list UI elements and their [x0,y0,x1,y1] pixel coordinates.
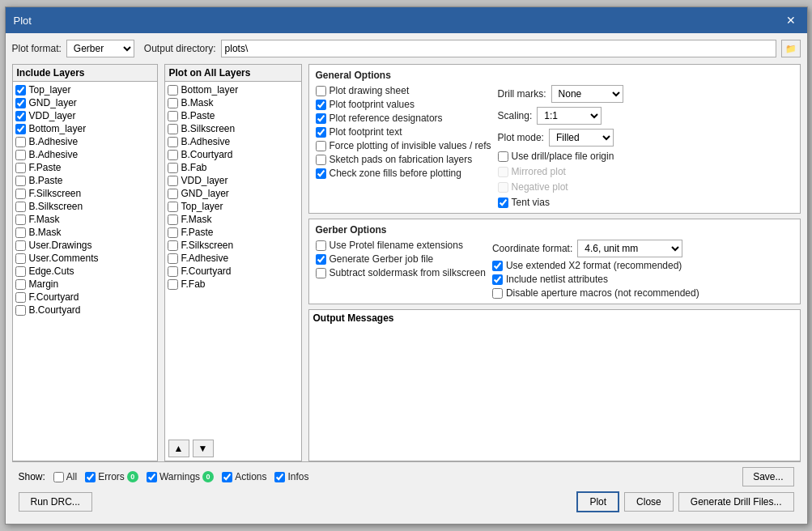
show-actions-checkbox[interactable] [222,472,232,482]
errors-badge: 0 [127,471,138,482]
list-item[interactable]: B.Mask [13,226,157,239]
include-layers-list[interactable]: Top_layer GND_layer VDD_layer Bottom_lay… [13,82,157,461]
plot-dialog: Plot ✕ Plot format: Gerber PDF SVG DXF O… [5,6,808,525]
show-actions-label: Actions [235,471,266,482]
list-item[interactable]: B.Mask [165,96,301,109]
tent-vias-checkbox[interactable] [498,198,508,208]
plot-ref-designators-checkbox[interactable] [316,113,326,124]
list-item[interactable]: B.Adhesive [13,148,157,161]
show-all-checkbox[interactable] [53,472,64,482]
plot-drawing-sheet-checkbox[interactable] [316,86,326,96]
list-item[interactable]: F.Silkscreen [13,187,157,200]
list-item[interactable]: Bottom_layer [165,83,301,96]
plot-drawing-sheet-label: Plot drawing sheet [329,85,410,96]
list-item[interactable]: User.Drawings [13,239,157,252]
list-item[interactable]: F.Mask [165,213,301,226]
mirrored-plot-checkbox[interactable] [498,167,508,177]
plot-footprint-values-checkbox[interactable] [316,100,326,110]
list-item[interactable]: Bottom_layer [13,122,157,135]
scaling-label: Scaling: [498,110,533,121]
close-button[interactable]: Close [624,492,674,512]
list-item[interactable]: GND_layer [13,96,157,109]
close-icon[interactable]: ✕ [783,12,799,28]
list-item[interactable]: Top_layer [165,200,301,213]
list-item[interactable]: B.Courtyard [13,304,157,316]
list-item[interactable]: VDD_layer [165,174,301,187]
show-infos-checkbox[interactable] [274,472,285,482]
use-drill-origin-label: Use drill/place file origin [512,151,614,162]
list-item[interactable]: F.Silkscreen [165,239,301,252]
show-all-label: All [66,471,77,482]
negative-plot-checkbox[interactable] [498,182,508,193]
generate-drill-button[interactable]: Generate Drill Files... [678,492,794,512]
main-panels: Include Layers Top_layer GND_layer VDD_l… [12,64,801,461]
list-item[interactable]: F.Courtyard [165,265,301,278]
plot-footprint-text-checkbox[interactable] [316,127,326,138]
dialog-title: Plot [14,15,32,27]
list-item[interactable]: B.Adhesive [13,135,157,148]
use-drill-origin-checkbox[interactable] [498,151,508,162]
sketch-pads-checkbox[interactable] [316,155,326,165]
list-item[interactable]: B.Fab [165,161,301,174]
list-item[interactable]: F.Adhesive [165,252,301,265]
list-item[interactable]: User.Comments [13,252,157,265]
gerber-job-checkbox[interactable] [316,254,326,265]
force-invisible-checkbox[interactable] [316,141,326,151]
list-item[interactable]: F.Paste [165,226,301,239]
format-select[interactable]: Gerber PDF SVG DXF [66,40,134,57]
list-item[interactable]: F.Fab [165,278,301,291]
plot-button[interactable]: Plot [576,491,619,512]
subtract-soldermask-label: Subtract soldermask from silkscreen [329,267,486,278]
output-dir-input[interactable]: plots\ [221,40,776,57]
list-item[interactable]: Margin [13,278,157,291]
list-item[interactable]: F.Courtyard [13,291,157,304]
gerber-options-group: Gerber Options Use Protel filename exten… [308,219,801,304]
list-item[interactable]: B.Silkscreen [165,122,301,135]
list-item[interactable]: GND_layer [165,187,301,200]
disable-aperture-label: Disable aperture macros (not recommended… [506,287,699,299]
option-sketch-pads: Sketch pads on fabrication layers [316,154,491,165]
show-row: Show: All Errors 0 Warnings 0 Act [19,467,794,486]
scaling-select[interactable]: 1:1 1:2 [537,107,602,125]
list-item[interactable]: B.Paste [13,174,157,187]
show-errors-checkbox[interactable] [85,472,96,482]
move-up-button[interactable]: ▲ [168,440,189,457]
format-row: Plot format: Gerber PDF SVG DXF [12,40,134,57]
drill-marks-select[interactable]: None Small Actual size [551,85,623,103]
netlist-attrs-checkbox[interactable] [492,274,503,285]
output-messages-body [309,326,800,461]
show-errors-label: Errors [98,471,125,482]
run-drc-button[interactable]: Run DRC... [19,492,92,512]
browse-button[interactable]: 📁 [781,40,801,57]
option-plot-footprint-text: Plot footprint text [316,126,491,138]
list-item[interactable]: B.Silkscreen [13,200,157,213]
protel-ext-checkbox[interactable] [316,240,326,251]
show-all-item: All [53,471,77,482]
list-item[interactable]: Edge.Cuts [13,265,157,278]
check-zone-checkbox[interactable] [316,168,326,179]
option-check-zone: Check zone fills before plotting [316,168,491,179]
all-layers-title: Plot on All Layers [165,65,301,82]
action-buttons-row: Run DRC... Plot Close Generate Drill Fil… [19,491,794,512]
all-layers-list[interactable]: Bottom_layer B.Mask B.Paste B.Silkscreen… [165,82,301,436]
dialog-content: Plot format: Gerber PDF SVG DXF Output d… [6,33,807,524]
disable-aperture-checkbox[interactable] [492,288,503,299]
list-item[interactable]: Top_layer [13,83,157,96]
list-item[interactable]: B.Paste [165,109,301,122]
option-plot-ref-designators: Plot reference designators [316,113,491,124]
output-messages-title: Output Messages [309,310,800,326]
extended-x2-checkbox[interactable] [492,261,503,271]
save-button[interactable]: Save... [742,467,793,486]
list-item[interactable]: VDD_layer [13,109,157,122]
list-item[interactable]: B.Courtyard [165,148,301,161]
list-item[interactable]: F.Mask [13,213,157,226]
move-down-button[interactable]: ▼ [193,440,214,457]
plot-mode-select[interactable]: Filled Sketch [549,129,614,147]
right-section: General Options Plot drawing sheet Plot … [308,64,801,461]
show-warnings-checkbox[interactable] [147,472,157,482]
sketch-pads-label: Sketch pads on fabrication layers [329,154,473,165]
list-item[interactable]: B.Adhesive [165,135,301,148]
subtract-soldermask-checkbox[interactable] [316,268,326,278]
list-item[interactable]: F.Paste [13,161,157,174]
coord-format-select[interactable]: 4.6, unit mm 4.5, unit mm [577,240,682,257]
